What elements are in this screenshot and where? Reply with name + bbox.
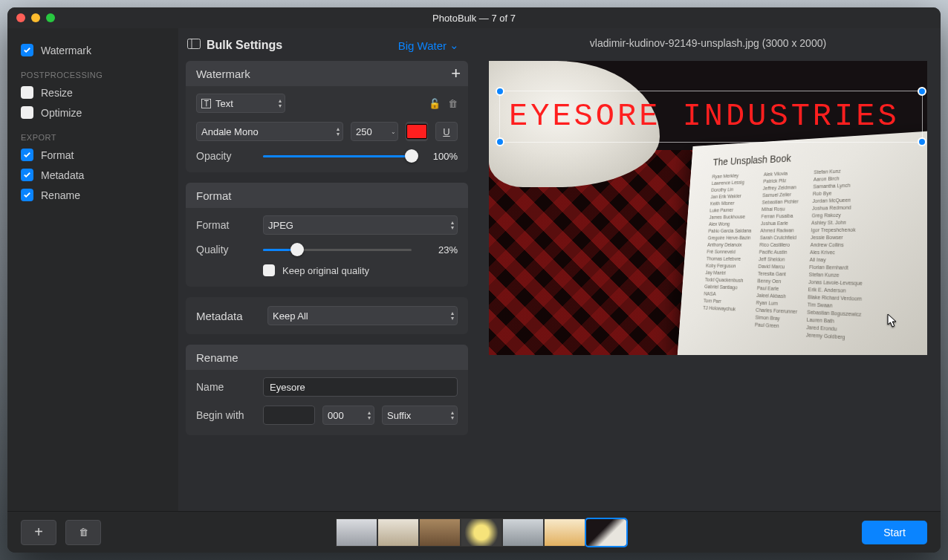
chevron-down-icon: ⌄ xyxy=(449,39,459,52)
sidebar-label: Resize xyxy=(41,87,73,99)
preview-canvas[interactable]: The Unsplash Book Ryan MerkleyLawrence L… xyxy=(489,61,927,355)
thumbnail-1[interactable] xyxy=(336,518,377,547)
format-panel: Format Format JPEG ▴▾ Quality xyxy=(186,183,468,287)
sidebar-label: Watermark xyxy=(41,45,91,56)
sidebar-item-resize[interactable]: Resize xyxy=(21,82,165,102)
watermark-bounding-box[interactable]: EYESORE INDUSTRIES xyxy=(499,91,923,143)
watermark-overlay-text: EYESORE INDUSTRIES xyxy=(509,99,900,134)
sidebar-item-format[interactable]: Format xyxy=(21,145,165,165)
format-value: JPEG xyxy=(268,220,293,231)
checkbox-metadata[interactable] xyxy=(21,169,33,181)
bulk-settings-panel: Bulk Settings Big Water ⌄ Watermark + 🅃 xyxy=(178,28,475,511)
start-button[interactable]: Start xyxy=(862,521,927,544)
keep-quality-checkbox[interactable] xyxy=(263,264,275,276)
font-value: Andale Mono xyxy=(201,126,259,137)
font-select[interactable]: Andale Mono ▴▾ xyxy=(196,122,343,141)
credits-col-1: Ryan MerkleyLawrence LessigDorothy LinJa… xyxy=(701,172,755,334)
sidebar-item-optimize[interactable]: Optimize xyxy=(21,102,165,123)
position-value: Suffix xyxy=(387,410,411,421)
format-label: Format xyxy=(196,219,256,231)
counter-select[interactable]: 000 ▴▾ xyxy=(322,406,374,425)
settings-title: Bulk Settings xyxy=(207,39,282,52)
thumbnail-7[interactable] xyxy=(585,518,627,547)
metadata-value: Keep All xyxy=(273,310,308,322)
resize-handle-sw[interactable] xyxy=(496,137,504,146)
checkbox-resize[interactable] xyxy=(21,86,33,99)
add-watermark-button[interactable]: + xyxy=(451,64,461,83)
sidebar-item-watermark[interactable]: Watermark xyxy=(21,40,165,60)
cursor-icon xyxy=(887,313,897,328)
footer: + 🗑 Start xyxy=(7,511,941,553)
preset-name: Big Water xyxy=(398,39,447,52)
preview-pane: vladimir-kudinov-92149-unsplash.jpg (300… xyxy=(475,28,941,511)
metadata-label: Metadata xyxy=(196,310,256,322)
sidebar-label: Format xyxy=(41,149,74,161)
quality-value: 23% xyxy=(419,244,458,255)
metadata-panel: Metadata Keep All ▴▾ xyxy=(186,297,468,334)
svg-rect-0 xyxy=(188,39,201,49)
position-select[interactable]: Suffix ▴▾ xyxy=(382,406,458,425)
font-size-value: 250 xyxy=(356,126,372,137)
remove-images-button[interactable]: 🗑 xyxy=(65,520,101,545)
preview-filename: vladimir-kudinov-92149-unsplash.jpg (300… xyxy=(475,28,941,53)
credits-col-2: Alek ViloviaPatrick PilzJeffrey ZeldmanS… xyxy=(754,170,804,337)
watermark-type-select[interactable]: 🅃 Text ▴▾ xyxy=(196,94,285,113)
rename-panel: Rename Name Begin with 000 ▴▾ xyxy=(186,345,468,435)
opacity-label: Opacity xyxy=(196,150,256,162)
minimize-window[interactable] xyxy=(31,13,40,22)
begin-with-input[interactable] xyxy=(263,406,315,425)
thumbnail-4[interactable] xyxy=(461,518,502,547)
font-size-select[interactable]: 250 ⌄ xyxy=(351,122,398,141)
sidebar: Watermark POSTPROCESSING Resize Optimize… xyxy=(7,28,178,511)
panel-title: Watermark xyxy=(196,68,250,80)
sidebar-item-metadata[interactable]: Metadata xyxy=(21,165,165,185)
checkbox-rename[interactable] xyxy=(21,189,33,201)
keep-quality-label: Keep original quality xyxy=(282,265,369,276)
panel-title: Rename xyxy=(196,351,238,364)
watermark-type-value: Text xyxy=(215,98,233,109)
panel-title: Format xyxy=(196,189,232,202)
checkbox-format[interactable] xyxy=(21,149,33,161)
rename-name-input[interactable] xyxy=(263,377,458,397)
sidebar-label: Metadata xyxy=(41,169,84,181)
metadata-select[interactable]: Keep All ▴▾ xyxy=(267,306,458,325)
watermark-panel: Watermark + 🅃 Text ▴▾ 🔓 🗑 xyxy=(186,61,468,172)
opacity-value: 100% xyxy=(419,151,458,162)
section-export: EXPORT xyxy=(21,133,165,142)
window-title: PhotoBulk — 7 of 7 xyxy=(7,13,941,24)
checkbox-watermark[interactable] xyxy=(21,44,33,56)
zoom-window[interactable] xyxy=(46,13,55,22)
opacity-slider[interactable] xyxy=(263,155,412,157)
titlebar[interactable]: PhotoBulk — 7 of 7 xyxy=(7,7,941,28)
checkbox-optimize[interactable] xyxy=(21,106,33,119)
book-title: The Unsplash Book xyxy=(712,145,927,168)
sidebar-label: Optimize xyxy=(41,107,82,119)
thumbnail-5[interactable] xyxy=(502,518,544,547)
sidebar-item-rename[interactable]: Rename xyxy=(21,185,165,205)
section-postprocessing: POSTPROCESSING xyxy=(21,71,165,79)
delete-watermark-button[interactable]: 🗑 xyxy=(448,98,458,109)
resize-handle-se[interactable] xyxy=(918,137,926,146)
name-label: Name xyxy=(196,381,256,393)
quality-label: Quality xyxy=(196,244,256,255)
thumbnail-strip xyxy=(110,518,853,547)
counter-value: 000 xyxy=(328,410,344,421)
credits-col-3: Stefan KunzAaron BirchSamantha LynchRob … xyxy=(806,167,867,341)
resize-handle-nw[interactable] xyxy=(496,87,504,96)
underline-button[interactable]: U xyxy=(435,122,458,141)
close-window[interactable] xyxy=(16,13,25,22)
sidebar-label: Rename xyxy=(41,189,80,201)
preset-dropdown[interactable]: Big Water ⌄ xyxy=(398,39,459,52)
thumbnail-3[interactable] xyxy=(419,518,461,547)
text-type-icon: 🅃 xyxy=(201,98,211,109)
unlock-icon[interactable]: 🔓 xyxy=(429,98,441,109)
add-images-button[interactable]: + xyxy=(21,520,56,545)
thumbnail-2[interactable] xyxy=(377,518,419,547)
thumbnail-6[interactable] xyxy=(544,518,585,547)
begin-with-label: Begin with xyxy=(196,409,256,421)
format-select[interactable]: JPEG ▴▾ xyxy=(263,215,458,235)
sidebar-toggle-icon[interactable] xyxy=(187,39,201,52)
resize-handle-ne[interactable] xyxy=(918,87,926,96)
color-picker[interactable] xyxy=(406,122,428,141)
quality-slider[interactable] xyxy=(263,249,412,251)
